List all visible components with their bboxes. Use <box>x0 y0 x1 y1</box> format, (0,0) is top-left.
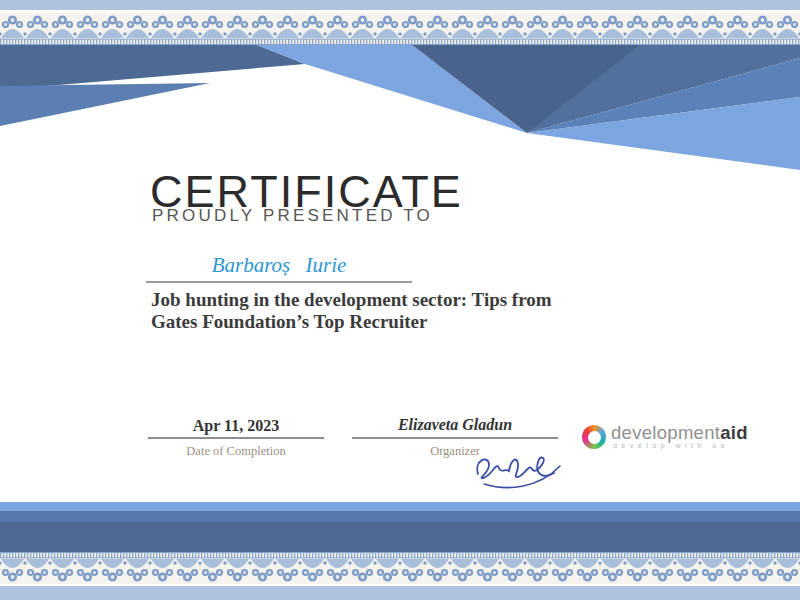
completion-date-underline <box>148 437 324 439</box>
handwritten-signature-icon <box>468 446 572 496</box>
recipient-underline <box>146 281 412 283</box>
logo-tagline: develop with us <box>613 442 729 449</box>
presented-to-subheading: PROUDLY PRESENTED TO <box>152 206 433 226</box>
logo-brand-primary: development <box>611 422 720 443</box>
developmentaid-ring-icon <box>582 425 606 449</box>
logo-wordmark: developmentaid <box>611 422 748 444</box>
top-outer-band <box>0 0 800 10</box>
trefoil-lace-border-icon <box>0 552 800 584</box>
recipient-name: Barbaroș Iurie <box>144 253 414 278</box>
top-ornament-border <box>0 13 800 45</box>
trefoil-lace-border-icon <box>0 13 800 45</box>
organizer-underline <box>352 437 558 439</box>
course-title: Job hunting in the development sector: T… <box>151 289 563 334</box>
bottom-light-blue-band <box>0 502 800 511</box>
completion-date-label: Date of Completion <box>148 444 324 459</box>
completion-date-value: Apr 11, 2023 <box>148 417 324 435</box>
bottom-outer-band <box>0 586 800 600</box>
organizer-name-value: Elizaveta Gladun <box>352 416 558 434</box>
bottom-medium-blue-band <box>0 511 800 522</box>
logo-brand-secondary: aid <box>720 422 748 443</box>
header-triangle-decoration <box>0 45 800 175</box>
ring-hole <box>588 431 601 444</box>
certificate-page: CERTIFICATE PROUDLY PRESENTED TO Barbaro… <box>0 0 800 600</box>
bottom-ornament-border <box>0 552 800 584</box>
bottom-dark-blue-band <box>0 522 800 552</box>
